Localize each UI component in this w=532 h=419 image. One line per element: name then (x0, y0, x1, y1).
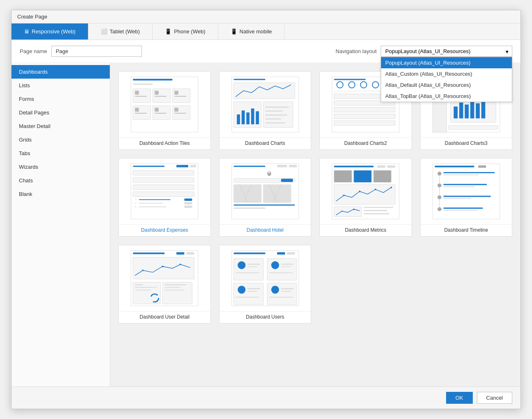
svg-rect-118 (435, 166, 474, 168)
sidebar-item-master-detail[interactable]: Master Detail (12, 119, 110, 133)
nav-layout-option-2[interactable]: Atlas_Default (Atlas_UI_Resources) (381, 79, 512, 91)
svg-rect-104 (354, 170, 371, 182)
template-expenses[interactable]: Dashboard Expenses (118, 158, 211, 237)
main-content: Dashboards Lists Forms Detail Pages Mast… (12, 63, 520, 386)
svg-point-88 (268, 172, 270, 173)
nav-layout-option-1[interactable]: Atlas_Custom (Atlas_UI_Resources) (381, 68, 512, 79)
template-expenses-label: Dashboard Expenses (119, 224, 210, 236)
content-area: Dashboard Action Tiles (110, 63, 520, 386)
svg-rect-37 (334, 79, 365, 80)
cancel-button[interactable]: Cancel (477, 392, 512, 404)
svg-rect-131 (443, 198, 471, 199)
svg-rect-169 (247, 291, 257, 292)
svg-rect-154 (277, 252, 285, 255)
svg-point-128 (437, 196, 442, 200)
svg-rect-29 (256, 111, 259, 124)
form-row: Page name Navigation layout PopupLayout … (12, 40, 520, 63)
template-hotel[interactable]: Dashboard Hotel (219, 158, 312, 237)
phone-icon: 📱 (165, 28, 171, 35)
svg-rect-72 (133, 185, 194, 190)
tabs-row: 🖥 Responsive (Web) ⬜ Tablet (Web) 📱 Phon… (12, 23, 520, 40)
svg-rect-155 (287, 252, 295, 255)
svg-rect-153 (234, 253, 265, 254)
template-charts[interactable]: Dashboard Charts (219, 71, 312, 150)
svg-rect-14 (135, 113, 147, 114)
tab-phone[interactable]: 📱 Phone (Web) (153, 23, 218, 40)
template-metrics[interactable]: Dashboard Metrics (319, 158, 412, 237)
template-user-detail[interactable]: Dashboard User Detail (118, 245, 211, 324)
svg-rect-160 (236, 272, 259, 273)
sidebar-item-chats[interactable]: Chats (12, 174, 110, 187)
svg-rect-71 (133, 177, 194, 182)
svg-rect-5 (135, 96, 147, 97)
svg-rect-81 (139, 206, 167, 207)
template-charts3-label: Dashboard Charts3 (421, 137, 512, 149)
template-expenses-preview (119, 158, 210, 224)
svg-rect-97 (234, 205, 295, 206)
nav-layout-display[interactable]: PopupLayout (Atlas_UI_Resources) ▾ (381, 46, 512, 57)
svg-rect-22 (234, 79, 265, 80)
svg-rect-90 (281, 179, 293, 182)
svg-rect-156 (234, 258, 263, 280)
svg-point-109 (375, 189, 376, 190)
dialog-title: Create Page (12, 10, 520, 23)
svg-rect-146 (135, 290, 150, 291)
sidebar-item-wizards[interactable]: Wizards (12, 160, 110, 174)
svg-rect-98 (234, 207, 265, 209)
svg-rect-20 (174, 113, 186, 114)
nav-layout-group: Navigation layout PopupLayout (Atlas_UI_… (335, 46, 512, 57)
monitor-icon: 🖥 (24, 28, 29, 35)
sidebar-item-detail-pages[interactable]: Detail Pages (12, 106, 110, 119)
svg-rect-13 (135, 108, 139, 112)
svg-rect-116 (363, 213, 389, 214)
tab-native[interactable]: 📱 Native mobile (218, 23, 285, 40)
svg-rect-7 (155, 91, 159, 95)
template-timeline[interactable]: Dashboard Timeline (420, 158, 513, 237)
svg-rect-126 (443, 184, 487, 185)
template-users[interactable]: Dashboard Users (219, 245, 312, 324)
sidebar-item-grids[interactable]: Grids (12, 133, 110, 147)
svg-rect-19 (174, 108, 178, 112)
svg-rect-34 (265, 119, 281, 120)
svg-rect-73 (133, 192, 194, 197)
nav-layout-label: Navigation layout (335, 48, 377, 54)
svg-rect-139 (133, 257, 194, 279)
svg-rect-16 (155, 108, 159, 112)
sidebar-item-dashboards[interactable]: Dashboards (12, 65, 110, 79)
page-name-input[interactable] (51, 46, 142, 57)
svg-rect-170 (236, 297, 259, 298)
template-action-tiles-preview (119, 72, 210, 137)
svg-point-120 (437, 172, 442, 176)
create-page-dialog: Create Page 🖥 Responsive (Web) ⬜ Tablet … (11, 10, 521, 409)
svg-rect-106 (334, 185, 395, 205)
svg-rect-175 (269, 297, 293, 298)
svg-rect-62 (470, 100, 474, 118)
svg-rect-144 (135, 284, 143, 285)
svg-rect-23 (234, 83, 295, 98)
sidebar-item-lists[interactable]: Lists (12, 79, 110, 92)
templates-grid: Dashboard Action Tiles (118, 71, 512, 324)
sidebar-item-forms[interactable]: Forms (12, 92, 110, 106)
ok-button[interactable]: OK (446, 392, 473, 404)
nav-layout-option-3[interactable]: Atlas_TopBar (Atlas_UI_Resources) (381, 91, 512, 102)
svg-rect-159 (247, 266, 257, 267)
tab-tablet[interactable]: ⬜ Tablet (Web) (88, 23, 153, 40)
svg-rect-59 (453, 107, 458, 119)
template-action-tiles[interactable]: Dashboard Action Tiles (118, 71, 211, 150)
svg-rect-65 (449, 126, 498, 130)
sidebar-item-blank[interactable]: Blank (12, 187, 110, 201)
svg-rect-101 (377, 165, 385, 168)
svg-rect-4 (135, 91, 139, 95)
tab-responsive[interactable]: 🖥 Responsive (Web) (12, 23, 88, 40)
svg-rect-76 (184, 198, 192, 201)
svg-rect-27 (246, 112, 250, 124)
sidebar-item-tabs[interactable]: Tabs (12, 147, 110, 160)
svg-rect-137 (176, 252, 184, 255)
svg-rect-8 (155, 96, 167, 97)
svg-rect-17 (155, 113, 167, 114)
svg-rect-70 (133, 170, 194, 175)
nav-layout-option-0[interactable]: PopupLayout (Atlas_UI_Resources) (381, 57, 512, 68)
svg-rect-119 (478, 165, 486, 168)
template-charts-label: Dashboard Charts (220, 137, 311, 149)
svg-rect-74 (135, 199, 136, 200)
